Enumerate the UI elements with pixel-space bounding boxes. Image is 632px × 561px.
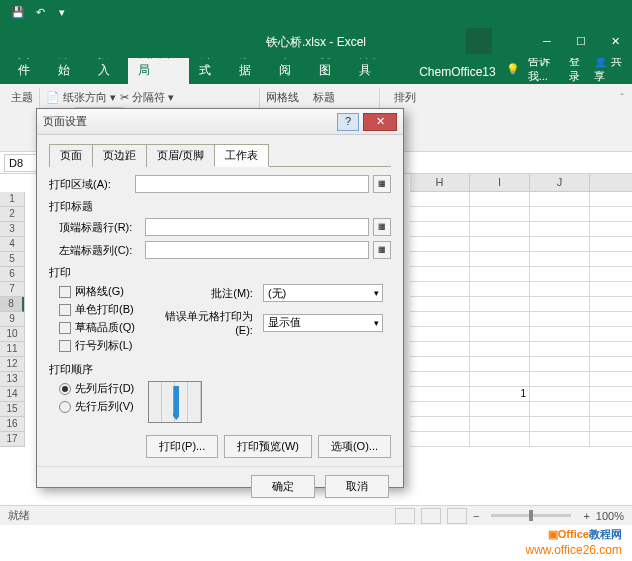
row-header[interactable]: 11: [0, 342, 24, 357]
row-header[interactable]: 1: [0, 192, 24, 207]
comments-dropdown[interactable]: (无): [263, 284, 383, 302]
page-order-label: 打印顺序: [49, 362, 391, 377]
status-ready: 就绪: [8, 508, 30, 523]
zoom-level[interactable]: 100%: [596, 510, 624, 522]
print-area-label: 打印区域(A):: [49, 177, 131, 192]
down-over-radio[interactable]: [59, 383, 71, 395]
row-header[interactable]: 15: [0, 402, 24, 417]
row-headers: 1 2 3 4 5 6 7 8 9 10 11 12 13 14 15 16 1…: [0, 192, 25, 447]
row-header[interactable]: 3: [0, 222, 24, 237]
gridlines-checkbox[interactable]: [59, 286, 71, 298]
rows-repeat-label: 顶端标题行(R):: [59, 220, 141, 235]
column-header[interactable]: I: [470, 174, 530, 191]
app-title: 铁心桥.xlsx - Excel: [0, 34, 632, 51]
column-header[interactable]: H: [410, 174, 470, 191]
dialog-tab-margins[interactable]: 页边距: [92, 144, 147, 167]
print-area-range-icon[interactable]: ▦: [373, 175, 391, 193]
dialog-help-button[interactable]: ?: [337, 113, 359, 131]
row-header[interactable]: 5: [0, 252, 24, 267]
watermark: ▣Office教程网 www.office26.com: [526, 522, 623, 557]
row-header[interactable]: 9: [0, 312, 24, 327]
bw-checkbox[interactable]: [59, 304, 71, 316]
sign-in[interactable]: 登录: [569, 54, 586, 84]
row-header[interactable]: 6: [0, 267, 24, 282]
paper-orient-button[interactable]: 📄 纸张方向 ▾: [46, 90, 116, 105]
page-break-view-button[interactable]: [447, 508, 467, 524]
dialog-tab-header-footer[interactable]: 页眉/页脚: [146, 144, 215, 167]
row-header[interactable]: 7: [0, 282, 24, 297]
headings-header: 标题: [313, 90, 335, 105]
tell-me-icon[interactable]: 💡: [506, 63, 520, 76]
print-titles-label: 打印标题: [49, 199, 391, 214]
normal-view-button[interactable]: [395, 508, 415, 524]
dialog-title: 页面设置: [43, 114, 87, 129]
row-header[interactable]: 2: [0, 207, 24, 222]
zoom-in-button[interactable]: +: [583, 510, 589, 522]
row-header[interactable]: 10: [0, 327, 24, 342]
print-preview-button[interactable]: 打印预览(W): [224, 435, 312, 458]
draft-checkbox[interactable]: [59, 322, 71, 334]
themes-button[interactable]: 主题: [10, 90, 33, 105]
errors-label: 错误单元格打印为(E):: [149, 309, 259, 336]
gridlines-header: 网格线: [266, 90, 299, 105]
rows-repeat-range-icon[interactable]: ▦: [373, 218, 391, 236]
ribbon-group-themes: 主题: [4, 88, 40, 151]
cancel-button[interactable]: 取消: [325, 475, 389, 498]
ribbon-tabs: 文件 开始 插入 页面布局 公式 数据 审阅 视图 开发工具 ChemOffic…: [0, 58, 632, 84]
save-icon[interactable]: 💾: [8, 3, 28, 21]
ribbon-collapse-icon[interactable]: ˆ: [616, 88, 628, 151]
dialog-title-bar[interactable]: 页面设置 ? ✕: [37, 109, 403, 135]
zoom-slider[interactable]: [491, 514, 571, 517]
dialog-tab-sheet[interactable]: 工作表: [214, 144, 269, 167]
page-setup-dialog: 页面设置 ? ✕ 页面 页边距 页眉/页脚 工作表 打印区域(A): ▦ 打印标…: [36, 108, 404, 488]
print-section-label: 打印: [49, 265, 391, 280]
column-headers: H I J: [410, 174, 632, 192]
cols-repeat-label: 左端标题列(C):: [59, 243, 141, 258]
options-button[interactable]: 选项(O)...: [318, 435, 391, 458]
row-header[interactable]: 12: [0, 357, 24, 372]
logo-icon: ▣: [548, 528, 558, 540]
cols-repeat-range-icon[interactable]: ▦: [373, 241, 391, 259]
cols-repeat-input[interactable]: [145, 241, 369, 259]
dialog-tab-page[interactable]: 页面: [49, 144, 93, 167]
zoom-out-button[interactable]: −: [473, 510, 479, 522]
undo-icon[interactable]: ↶: [30, 3, 50, 21]
quick-access-toolbar: 💾 ↶ ▾: [0, 0, 632, 24]
print-area-input[interactable]: [135, 175, 369, 193]
breaks-button[interactable]: ✂ 分隔符 ▾: [120, 90, 174, 105]
share-button[interactable]: 👤 共享: [594, 54, 624, 84]
column-header[interactable]: J: [530, 174, 590, 191]
dialog-close-button[interactable]: ✕: [363, 113, 397, 131]
row-col-checkbox[interactable]: [59, 340, 71, 352]
watermark-url: www.office26.com: [526, 543, 623, 557]
rows-repeat-input[interactable]: [145, 218, 369, 236]
row-header[interactable]: 4: [0, 237, 24, 252]
redo-dropdown-icon[interactable]: ▾: [52, 3, 72, 21]
comments-label: 批注(M):: [149, 286, 259, 301]
cells[interactable]: 1: [410, 192, 632, 447]
tell-me[interactable]: 告诉我...: [528, 54, 561, 84]
row-header[interactable]: 17: [0, 432, 24, 447]
errors-dropdown[interactable]: 显示值: [263, 314, 383, 332]
arrange-button[interactable]: 排列: [386, 90, 424, 105]
row-header[interactable]: 16: [0, 417, 24, 432]
title-bar: 💾 ↶ ▾ ─ ☐ ✕ 铁心桥.xlsx - Excel: [0, 0, 632, 58]
dialog-tabs: 页面 页边距 页眉/页脚 工作表: [49, 143, 391, 167]
page-order-diagram: [148, 381, 202, 423]
row-header[interactable]: 14: [0, 387, 24, 402]
ok-button[interactable]: 确定: [251, 475, 315, 498]
tab-chemoffice[interactable]: ChemOffice13: [409, 60, 505, 84]
over-down-radio[interactable]: [59, 401, 71, 413]
page-layout-view-button[interactable]: [421, 508, 441, 524]
row-header[interactable]: 8: [0, 297, 24, 312]
cell-i14[interactable]: 1: [470, 387, 530, 401]
print-button[interactable]: 打印(P)...: [146, 435, 218, 458]
row-header[interactable]: 13: [0, 372, 24, 387]
